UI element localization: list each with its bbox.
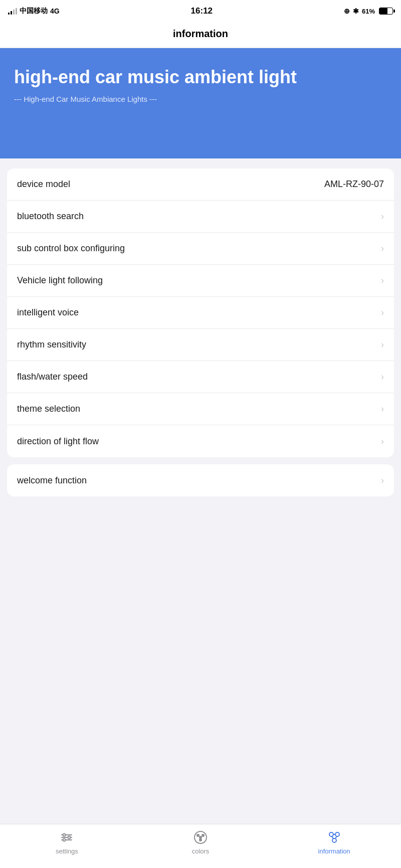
chevron-icon: › bbox=[381, 211, 384, 222]
chevron-icon: › bbox=[381, 436, 384, 447]
svg-point-10 bbox=[199, 836, 202, 839]
direction-light-flow-row[interactable]: direction of light flow › bbox=[7, 425, 394, 457]
svg-point-7 bbox=[196, 834, 199, 837]
rhythm-sensitivity-row[interactable]: rhythm sensitivity › bbox=[7, 329, 394, 361]
svg-point-8 bbox=[202, 834, 205, 837]
rhythm-sensitivity-label: rhythm sensitivity bbox=[17, 339, 86, 350]
theme-selection-row[interactable]: theme selection › bbox=[7, 393, 394, 425]
network-label: 4G bbox=[50, 7, 60, 15]
svg-point-13 bbox=[332, 838, 336, 842]
welcome-function-label: welcome function bbox=[17, 475, 87, 486]
hero-title: high-end car music ambient light bbox=[14, 66, 387, 88]
bluetooth-icon: ✱ bbox=[353, 7, 359, 15]
flash-water-speed-row[interactable]: flash/water speed › bbox=[7, 361, 394, 393]
intelligent-voice-label: intelligent voice bbox=[17, 307, 79, 318]
chevron-icon: › bbox=[381, 275, 384, 286]
hero-subtitle: --- High-end Car Music Ambiance Lights -… bbox=[14, 95, 387, 103]
main-content: device model AML-RZ-90-07 bluetooth sear… bbox=[0, 158, 401, 551]
status-left: 中国移动 4G bbox=[8, 7, 60, 16]
svg-point-3 bbox=[63, 834, 66, 836]
time-label: 16:12 bbox=[191, 6, 213, 16]
settings-card: device model AML-RZ-90-07 bluetooth sear… bbox=[7, 168, 394, 457]
device-model-label: device model bbox=[17, 179, 70, 190]
settings-tab-label: settings bbox=[56, 847, 78, 855]
tab-settings[interactable]: settings bbox=[0, 829, 134, 855]
information-tab-label: information bbox=[318, 847, 350, 855]
direction-light-flow-label: direction of light flow bbox=[17, 436, 99, 447]
bluetooth-search-row[interactable]: bluetooth search › bbox=[7, 201, 394, 233]
battery-percent: 61% bbox=[362, 8, 375, 15]
colors-icon bbox=[192, 829, 209, 845]
carrier-label: 中国移动 bbox=[20, 7, 48, 16]
device-model-row: device model AML-RZ-90-07 bbox=[7, 168, 394, 201]
welcome-function-row[interactable]: welcome function › bbox=[7, 464, 394, 496]
svg-point-4 bbox=[68, 836, 71, 839]
page-header: information bbox=[0, 22, 401, 48]
signal-icon bbox=[8, 8, 17, 15]
svg-point-5 bbox=[63, 839, 66, 841]
settings-icon bbox=[59, 829, 75, 845]
chevron-icon: › bbox=[381, 404, 384, 414]
hero-banner: high-end car music ambient light --- Hig… bbox=[0, 48, 401, 158]
svg-point-11 bbox=[329, 832, 333, 836]
second-settings-card: welcome function › bbox=[7, 464, 394, 496]
tab-bar: settings colors information bbox=[0, 824, 401, 868]
svg-line-15 bbox=[332, 836, 333, 839]
vehicle-light-label: Vehicle light following bbox=[17, 275, 103, 286]
page-title: information bbox=[173, 28, 228, 39]
chevron-icon: › bbox=[381, 339, 384, 350]
chevron-icon: › bbox=[381, 475, 384, 486]
chevron-icon: › bbox=[381, 307, 384, 318]
tab-colors[interactable]: colors bbox=[134, 829, 268, 855]
tab-information[interactable]: information bbox=[267, 829, 401, 855]
location-icon: ⊕ bbox=[344, 7, 350, 15]
svg-point-12 bbox=[335, 832, 339, 836]
sub-control-box-row[interactable]: sub control box configuring › bbox=[7, 233, 394, 265]
colors-tab-label: colors bbox=[192, 847, 210, 855]
status-bar: 中国移动 4G 16:12 ⊕ ✱ 61% bbox=[0, 0, 401, 22]
vehicle-light-row[interactable]: Vehicle light following › bbox=[7, 265, 394, 297]
device-model-value: AML-RZ-90-07 bbox=[324, 179, 384, 190]
battery-icon bbox=[379, 8, 393, 15]
intelligent-voice-row[interactable]: intelligent voice › bbox=[7, 297, 394, 329]
bluetooth-search-label: bluetooth search bbox=[17, 211, 84, 222]
status-right: ⊕ ✱ 61% bbox=[344, 7, 393, 15]
sub-control-box-label: sub control box configuring bbox=[17, 243, 125, 254]
chevron-icon: › bbox=[381, 243, 384, 254]
theme-selection-label: theme selection bbox=[17, 404, 80, 414]
chevron-icon: › bbox=[381, 372, 384, 382]
flash-water-speed-label: flash/water speed bbox=[17, 372, 88, 382]
information-icon bbox=[326, 829, 342, 845]
svg-line-16 bbox=[335, 836, 337, 839]
